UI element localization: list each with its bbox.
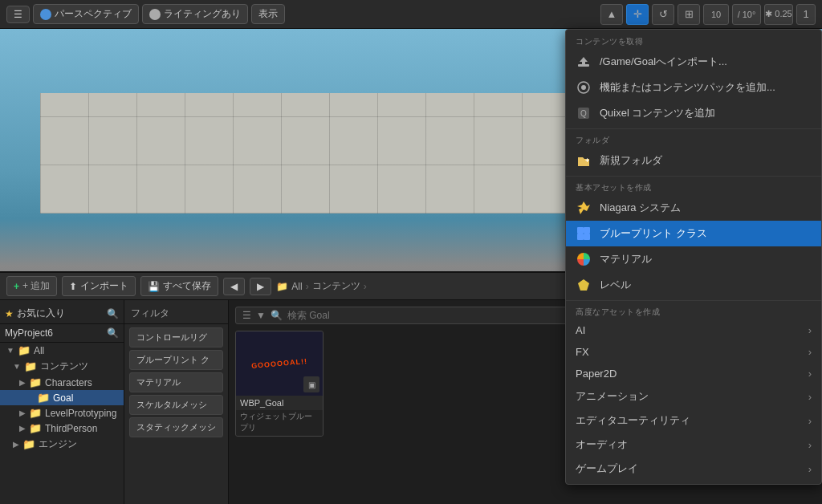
svg-rect-11 [584,234,590,240]
folder-icon-2: 📁 [24,360,37,372]
svg-text:Q: Q [580,109,587,118]
tree-item-all[interactable]: ▼ 📁 All [0,343,124,358]
tree-label-all: All [34,345,44,356]
project-row: MyProject6 🔍 [0,324,124,343]
cm-niagara[interactable]: Niagara システム [566,195,821,221]
divider-2 [566,176,821,177]
folder-icon-3: 📁 [29,376,42,388]
project-search-icon[interactable]: 🔍 [107,327,119,339]
folder-icon-5: 📁 [29,422,42,434]
import-button[interactable]: ⬆ インポート [62,276,136,296]
svg-rect-0 [578,64,589,67]
cm-blueprint-label: ブループリント クラス [600,226,707,241]
breadcrumb-contents[interactable]: コンテンツ [312,279,360,293]
cm-fx[interactable]: FX › [566,341,821,363]
rotation-snap[interactable]: / 10° [732,4,761,25]
tree-item-goal[interactable]: 📁 Goal [0,390,124,405]
lighting-icon [149,9,161,20]
cm-animation[interactable]: アニメーション › [566,384,821,408]
top-bar: ☰ パースペクティブ ライティングあり 表示 ▲ ✛ ↺ ⊞ 10 / 10° … [0,0,822,29]
cm-ai[interactable]: AI › [566,319,821,341]
grid-size-button[interactable]: 10 [703,4,729,25]
cm-paper2d[interactable]: Paper2D › [566,363,821,384]
display-button[interactable]: 表示 [251,4,285,24]
cm-material[interactable]: マテリアル [566,246,821,272]
tree-item-engine[interactable]: ▶ 📁 エンジン [0,436,124,453]
project-label: MyProject6 [5,327,53,339]
grid-snap-button[interactable]: ⊞ [678,4,700,25]
cm-new-folder[interactable]: + 新規フォルダ [566,148,821,173]
filters-header: フィルタ [124,303,228,324]
save-all-button[interactable]: 💾 すべて保存 [140,276,218,296]
tree-label-thirdperson: ThirdPerson [45,423,97,434]
filter-control-rig[interactable]: コントロールリグ [129,327,223,348]
cm-gameplay-arrow: › [808,463,812,475]
dropdown-icon[interactable]: ▼ [256,310,266,321]
camera-speed[interactable]: 1 [796,4,816,25]
material-icon [576,251,592,267]
thumb-icon: ▣ [303,376,319,392]
cm-add-pack[interactable]: 機能またはコンテンツパックを追加... [566,75,821,100]
lighting-button[interactable]: ライティングあり [142,4,248,24]
cm-gameplay[interactable]: ゲームプレイ › [566,457,821,481]
toolbar-right: ▲ ✛ ↺ ⊞ 10 / 10° ✱ 0.25 1 [600,4,816,25]
favorites-label: お気に入り [17,307,65,320]
nav-back-button[interactable]: ◀ [223,278,245,295]
level-icon [576,277,592,293]
divider-1 [566,128,821,129]
svg-marker-7 [577,201,590,214]
cm-fx-arrow: › [808,346,812,358]
import-icon: ⬆ [69,281,77,292]
filter-skeletal-mesh[interactable]: スケルタルメッシ [129,395,223,415]
tree-label-levelprototyping: LevelPrototyping [45,408,116,419]
refresh-button[interactable]: ↺ [652,4,674,25]
nav-forward-button[interactable]: ▶ [250,278,271,295]
svg-text:+: + [585,156,589,165]
filter-material[interactable]: マテリアル [129,372,223,392]
cm-quixel[interactable]: Q Quixel コンテンツを追加 [566,100,821,126]
favorites-search-icon[interactable]: 🔍 [107,308,119,319]
cm-editor-utility[interactable]: エディタユーティリティ › [566,408,821,433]
tree-item-thirdperson[interactable]: ▶ 📁 ThirdPerson [0,421,124,436]
cm-level[interactable]: レベル [566,272,821,298]
folder-header: フォルダ [566,132,821,148]
asset-card-wbp-goal[interactable]: GOOOOOAL!! ▣ WBP_Goal ウィジェットブループリ [235,331,324,437]
cm-import-to[interactable]: /Game/Goalへインポート... [566,49,821,75]
quixel-icon: Q [576,105,592,121]
breadcrumb-all[interactable]: All [291,281,302,292]
favorites-row: ★ お気に入り 🔍 [0,303,124,324]
filter-blueprint[interactable]: ブループリント ク [129,350,223,370]
tree-item-contents[interactable]: ▼ 📁 コンテンツ [0,358,124,375]
perspective-button[interactable]: パースペクティブ [33,4,139,24]
chevron-down-icon-2: ▼ [13,362,21,371]
folder-icon-6: 📁 [22,438,35,450]
cm-niagara-label: Niagara システム [600,201,681,215]
asset-type: ウィジェットブループリ [236,410,323,436]
cm-level-label: レベル [600,278,631,292]
asset-thumbnail: GOOOOOAL!! ▣ [236,331,323,396]
move-tool[interactable]: ✛ [626,4,649,25]
filter-static-mesh[interactable]: スタティックメッシ [129,417,223,437]
cm-audio-label: オーディオ [576,437,628,452]
niagara-icon [576,200,592,216]
scale-snap[interactable]: ✱ 0.25 [764,4,793,25]
blueprint-icon [576,226,592,242]
tree-label-characters: Characters [45,377,92,388]
tree-item-levelprototyping[interactable]: ▶ 📁 LevelPrototyping [0,405,124,421]
cm-blueprint[interactable]: ブループリント クラス [566,221,821,246]
display-label: 表示 [258,7,278,21]
cm-quixel-label: Quixel コンテンツを追加 [600,106,715,120]
search-icon: 🔍 [271,310,283,321]
menu-icon: ☰ [14,9,22,20]
goal-text: GOOOOOAL!! [251,357,308,370]
tree-item-characters[interactable]: ▶ 📁 Characters [0,375,124,390]
tree-label-contents: コンテンツ [40,360,88,373]
menu-button[interactable]: ☰ [6,6,30,23]
folder-icon-4: 📁 [29,407,42,419]
perspective-label: パースペクティブ [55,7,132,21]
select-tool[interactable]: ▲ [600,4,623,25]
add-button[interactable]: + + 追加 [6,276,57,296]
divider-3 [566,300,821,301]
tree-panel: ★ お気に入り 🔍 MyProject6 🔍 ▼ 📁 All ▼ 📁 コンテンツ… [0,300,124,504]
cm-audio[interactable]: オーディオ › [566,433,821,457]
